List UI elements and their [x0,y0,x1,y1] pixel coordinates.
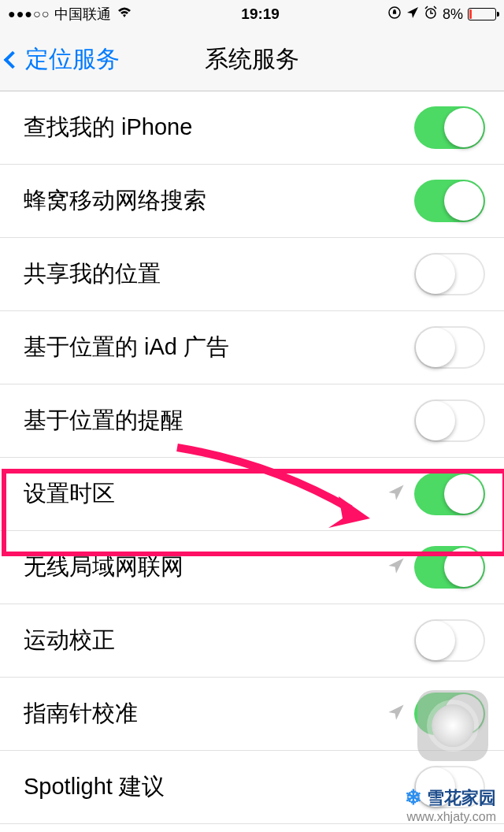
row-label: 运动校正 [24,625,115,656]
row-right [387,473,485,515]
toggle-switch[interactable] [414,546,485,589]
nav-bar: 定位服务 系统服务 [0,28,504,91]
toggle-knob [416,621,455,660]
row-right [414,326,485,369]
watermark-url: www.xhjaty.com [405,810,496,824]
row-label: 指南针校准 [24,698,138,730]
settings-row: 基于位置的 iAd 广告 [0,311,504,384]
wifi-icon [116,6,133,23]
toggle-switch[interactable] [414,326,485,369]
settings-row: 共享我的位置 [0,238,504,311]
toggle-switch[interactable] [414,619,485,662]
settings-row: 基于位置的提醒 [0,384,504,458]
carrier-label: 中国联通 [54,5,111,24]
toggle-knob [416,328,455,367]
row-right [414,180,485,222]
toggle-switch[interactable] [414,399,485,442]
watermark: ❄ 雪花家园 www.xhjaty.com [405,786,496,824]
toggle-switch[interactable] [414,253,485,295]
row-label: 查找我的 iPhone [24,112,192,143]
location-arrow-icon [387,557,405,578]
row-label: 设置时区 [24,478,115,510]
row-label: 基于位置的 iAd 广告 [24,332,229,363]
toggle-switch[interactable] [414,106,485,149]
toggle-knob [444,474,484,514]
alarm-icon [424,6,438,24]
status-bar: ●●●○○ 中国联通 19:19 8% [0,0,504,28]
toggle-knob [444,108,484,147]
status-left: ●●●○○ 中国联通 [8,5,133,24]
settings-row: 设置时区 [0,458,504,531]
toggle-switch[interactable] [414,473,485,515]
row-right [414,399,485,442]
row-label: 无线局域网联网 [24,552,183,583]
battery-percent: 8% [443,6,463,23]
watermark-name: 雪花家园 [427,786,496,810]
toggle-knob [444,181,484,221]
location-arrow-icon [406,6,419,23]
row-right [414,619,485,662]
row-label: 共享我的位置 [24,258,161,290]
nav-title: 系统服务 [205,43,299,76]
location-arrow-icon [387,484,405,504]
chevron-left-icon [4,50,22,69]
row-right [387,546,485,589]
assistive-touch-icon [432,704,474,747]
assistive-touch-button[interactable] [417,690,488,761]
row-right [414,106,485,149]
lock-rotation-icon [387,6,402,24]
toggle-knob [444,548,484,587]
toggle-knob [416,254,455,294]
status-right: 8% [387,6,496,24]
back-label: 定位服务 [25,43,120,76]
back-button[interactable]: 定位服务 [0,43,120,76]
row-label: 蜂窝移动网络搜索 [24,185,206,217]
settings-row: 查找我的 iPhone [0,91,504,165]
snowflake-icon: ❄ [405,786,422,810]
settings-row: 无线局域网联网 [0,531,504,604]
settings-row: 蜂窝移动网络搜索 [0,165,504,238]
row-label: Spotlight 建议 [24,771,165,803]
toggle-knob [416,401,455,440]
toggle-switch[interactable] [414,180,485,222]
settings-row: 常去地点 [0,824,504,832]
battery-icon [468,8,496,20]
location-arrow-icon [387,704,405,724]
status-time: 19:19 [241,6,280,23]
row-label: 基于位置的提醒 [24,405,183,436]
row-right [414,253,485,295]
signal-dots-icon: ●●●○○ [8,7,50,21]
settings-row: 运动校正 [0,604,504,678]
